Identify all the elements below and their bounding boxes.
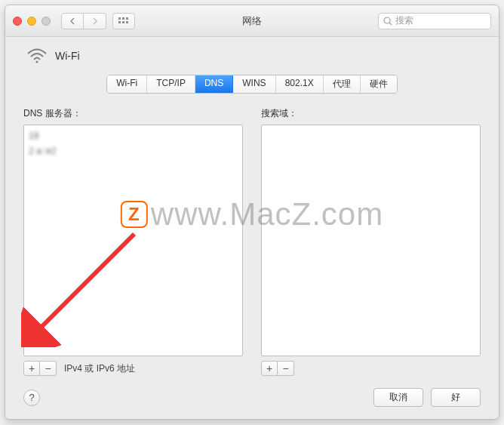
tab-wins[interactable]: WINS [233, 75, 275, 93]
dns-controls: + − IPv4 或 IPv6 地址 [23, 361, 243, 376]
svg-rect-5 [126, 21, 128, 23]
svg-rect-3 [118, 21, 121, 23]
help-button[interactable]: ? [23, 390, 40, 406]
svg-point-6 [384, 17, 390, 23]
dns-hint: IPv4 或 IPv6 地址 [64, 362, 135, 375]
dns-servers-label: DNS 服务器： [23, 107, 243, 120]
tab-proxy[interactable]: 代理 [324, 75, 361, 93]
tab-hardware[interactable]: 硬件 [361, 75, 397, 93]
domain-add-remove: + − [261, 361, 294, 376]
svg-point-8 [36, 61, 38, 63]
svg-line-7 [389, 23, 392, 25]
bottom-row: ? 取消 好 [23, 388, 481, 407]
titlebar: 网络 搜索 [5, 5, 499, 37]
nav-buttons [61, 13, 106, 29]
svg-rect-2 [126, 17, 128, 20]
traffic-lights [13, 17, 51, 26]
tab-bar: Wi-Fi TCP/IP DNS WINS 802.1X 代理 硬件 [23, 75, 481, 94]
search-icon [383, 17, 392, 26]
tab-8021x[interactable]: 802.1X [276, 75, 324, 93]
search-domains-column: 搜索域： + − [261, 107, 481, 376]
forward-button[interactable] [84, 13, 106, 29]
tab-wifi[interactable]: Wi-Fi [107, 75, 147, 93]
add-dns-button[interactable]: + [23, 361, 40, 376]
interface-name: Wi-Fi [55, 50, 80, 62]
grid-icon [118, 17, 129, 25]
dns-servers-list[interactable]: 19 2 a::e2 [23, 125, 243, 356]
two-column: DNS 服务器： 19 2 a::e2 + − IPv4 或 IPv6 地址 搜… [23, 107, 481, 376]
search-placeholder: 搜索 [395, 14, 413, 27]
tab-dns[interactable]: DNS [195, 75, 233, 93]
search-domains-label: 搜索域： [261, 107, 481, 120]
search-domains-list[interactable] [261, 125, 481, 356]
svg-rect-4 [122, 21, 124, 23]
cancel-button[interactable]: 取消 [373, 388, 423, 407]
list-item[interactable]: 19 [29, 128, 238, 143]
chevron-left-icon [69, 17, 75, 25]
svg-rect-0 [118, 17, 121, 20]
back-button[interactable] [61, 13, 84, 29]
ok-button[interactable]: 好 [431, 388, 481, 407]
tab-tcpip[interactable]: TCP/IP [147, 75, 195, 93]
tab-group: Wi-Fi TCP/IP DNS WINS 802.1X 代理 硬件 [106, 75, 397, 94]
chevron-right-icon [92, 17, 98, 25]
remove-domain-button[interactable]: − [278, 361, 294, 376]
svg-rect-1 [122, 17, 124, 20]
zoom-icon [41, 17, 51, 26]
body: Wi-Fi Wi-Fi TCP/IP DNS WINS 802.1X 代理 硬件… [5, 37, 499, 419]
add-domain-button[interactable]: + [261, 361, 278, 376]
interface-row: Wi-Fi [23, 48, 481, 64]
action-buttons: 取消 好 [373, 388, 481, 407]
window-title: 网络 [242, 14, 262, 28]
search-field[interactable]: 搜索 [378, 13, 491, 29]
remove-dns-button[interactable]: − [40, 361, 57, 376]
list-item[interactable]: 2 a::e2 [29, 143, 238, 159]
preferences-window: 网络 搜索 Wi-Fi Wi-Fi TCP/IP DNS WINS 802.1X… [5, 5, 499, 420]
show-all-button[interactable] [112, 13, 135, 29]
close-icon[interactable] [13, 17, 22, 26]
dns-servers-column: DNS 服务器： 19 2 a::e2 + − IPv4 或 IPv6 地址 [23, 107, 243, 376]
domain-controls: + − [261, 361, 481, 376]
wifi-icon [26, 48, 48, 64]
minimize-icon[interactable] [27, 17, 36, 26]
dns-add-remove: + − [23, 361, 57, 376]
